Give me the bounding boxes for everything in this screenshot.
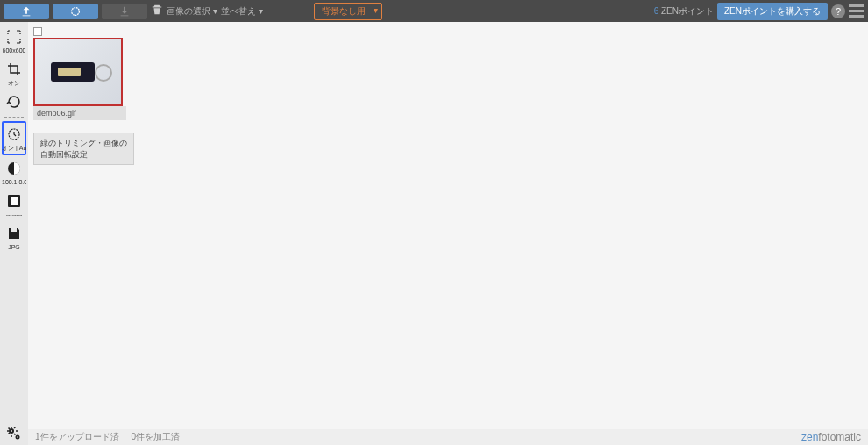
tool-tooltip: 緑のトリミング・画像の 自動回転設定 <box>33 133 134 165</box>
top-toolbar: 画像の選択 ▾ 並べ替え ▾ 背景なし用 6 ZENポイント ZENポイントを購… <box>0 0 868 22</box>
svg-point-6 <box>11 430 12 432</box>
rotate-tool[interactable] <box>2 90 26 113</box>
resize-tool[interactable]: 600x600 <box>2 25 26 56</box>
levels-tool[interactable]: 100.1.0.0... <box>2 157 26 188</box>
auto-tool[interactable]: オン | Auto <box>2 121 26 155</box>
format-tool[interactable]: JPG <box>2 222 26 253</box>
download-icon <box>118 5 131 18</box>
rotate-icon <box>5 93 23 111</box>
process-button[interactable] <box>53 4 98 19</box>
sort-dropdown[interactable]: 並べ替え ▾ <box>221 5 263 18</box>
left-toolbar: 600x600 オン オン | Auto 100.1.0.0... ------… <box>0 22 28 445</box>
download-button[interactable] <box>102 4 147 19</box>
process-icon <box>69 5 82 18</box>
thumbnail: demo06.gif <box>33 27 126 120</box>
divider <box>4 117 24 118</box>
thumbnail-filename: demo06.gif <box>33 106 126 120</box>
buy-points-button[interactable]: ZENポイントを購入する <box>717 3 828 20</box>
svg-rect-4 <box>11 197 18 205</box>
background-mode-select[interactable]: 背景なし用 <box>314 3 382 20</box>
thumbnail-image[interactable] <box>33 38 123 106</box>
auto-icon <box>5 126 23 143</box>
uploaded-count: 1件をアップロード済 <box>35 431 119 443</box>
keychain-graphic <box>51 62 95 82</box>
points-display: 6 ZENポイント <box>654 5 714 18</box>
ring-graphic <box>95 64 112 82</box>
svg-point-0 <box>72 7 80 15</box>
status-bar: 1件をアップロード済 0件を加工済 zenfotomatic <box>28 429 868 445</box>
save-icon <box>5 225 23 242</box>
trash-icon <box>151 4 163 16</box>
settings-tool[interactable] <box>2 422 26 445</box>
processed-count: 0件を加工済 <box>132 431 181 443</box>
resize-icon <box>5 28 23 46</box>
thumbnail-checkbox[interactable] <box>33 27 42 36</box>
svg-point-8 <box>17 436 18 438</box>
gears-icon <box>5 425 23 442</box>
menu-button[interactable] <box>849 4 864 18</box>
padding-icon <box>5 192 23 210</box>
crop-icon <box>5 61 23 78</box>
help-button[interactable]: ? <box>831 4 845 18</box>
contrast-icon <box>5 160 23 177</box>
main-area: demo06.gif 緑のトリミング・画像の 自動回転設定 <box>28 22 868 429</box>
image-select-dropdown[interactable]: 画像の選択 ▾ <box>167 5 217 18</box>
upload-button[interactable] <box>4 4 49 19</box>
upload-icon <box>20 5 32 18</box>
crop-tool[interactable]: オン <box>2 58 26 89</box>
delete-button[interactable] <box>151 4 163 18</box>
padding-tool[interactable]: -------- <box>2 190 26 220</box>
brand-logo: zenfotomatic <box>801 431 861 443</box>
